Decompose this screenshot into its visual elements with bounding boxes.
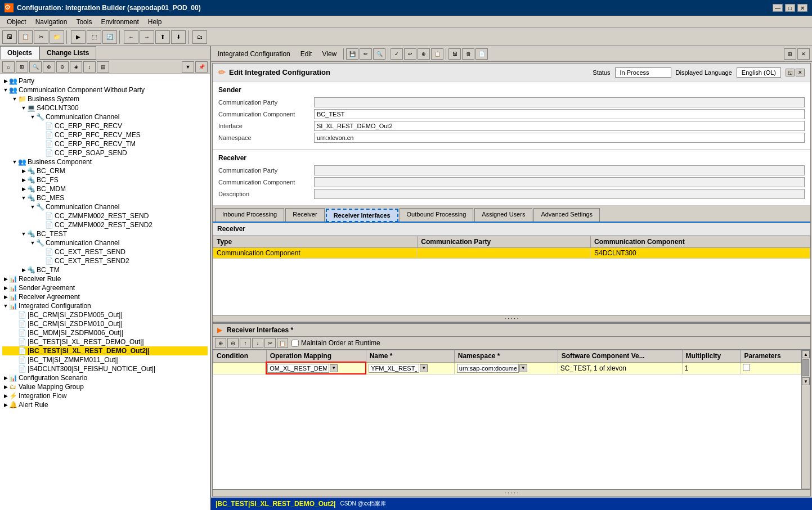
tab-outbound-processing[interactable]: Outbound Processing [400, 208, 474, 222]
tree-item-if[interactable]: ▶ ⚡ Integration Flow [2, 391, 208, 400]
tree-item-ic7[interactable]: 📄 |S4DCLNT300|SI_FEISHU_NOTICE_Out|| [2, 364, 208, 373]
tree-item-party[interactable]: ▶ 👥 Party [2, 76, 208, 85]
name-input[interactable] [369, 364, 419, 373]
tree-item-ic3[interactable]: 📄 |BC_MDM|SI_ZSDFM006_Out|| [2, 328, 208, 337]
title-bar-controls[interactable]: — □ ✕ [773, 4, 807, 12]
receiver-party-input[interactable] [314, 165, 805, 175]
tree-item-bc-test[interactable]: ▼ 🔩 BC_TEST [2, 229, 208, 238]
tree-item-cc-ext-rest-send[interactable]: 📄 CC_EXT_REST_SEND [2, 247, 208, 256]
toggle-ic[interactable]: ▼ [2, 303, 9, 309]
tree-item-ar[interactable]: ▶ 🔔 Alert Rule [2, 400, 208, 409]
toolbar-btn-1[interactable]: 🖫 [2, 30, 17, 44]
left-toolbar-btn-1[interactable]: ⌂ [2, 61, 15, 73]
ic-btn-9[interactable]: 🗑 [462, 48, 474, 60]
maintain-order-checkbox[interactable] [291, 340, 299, 347]
toggle-sa[interactable]: ▶ [2, 285, 9, 291]
sender-interface-input[interactable] [314, 121, 805, 131]
tree-item-ic4[interactable]: 📄 |BC_TEST|SI_XL_REST_DEMO_Out|| [2, 337, 208, 346]
tree-item-cwp[interactable]: ▼ 👥 Communication Component Without Part… [2, 85, 208, 94]
tree-item-bc-fs[interactable]: ▶ 🔩 BC_FS [2, 175, 208, 184]
window-controls[interactable]: ◱ ✕ [786, 69, 805, 76]
toggle-cc2[interactable]: ▼ [29, 204, 36, 210]
lower-btn-6[interactable]: 📋 [277, 338, 288, 348]
left-toolbar-btn-6[interactable]: ◈ [70, 61, 82, 73]
receiver-component-input[interactable] [314, 177, 805, 187]
tree-item-ic2[interactable]: 📄 |BC_CRM|SI_ZSDFM010_Out|| [2, 319, 208, 328]
tree-item-cc-ext-rest-send2[interactable]: 📄 CC_EXT_REST_SEND2 [2, 256, 208, 265]
toolbar-btn-6[interactable]: ⬚ [87, 30, 101, 44]
ic-close-btn[interactable]: ✕ [797, 48, 810, 60]
toolbar-btn-11[interactable]: ⬇ [171, 30, 186, 44]
toggle-ra[interactable]: ▶ [2, 294, 9, 300]
win-close-btn[interactable]: ✕ [796, 69, 805, 76]
tree-item-bc-group[interactable]: ▼ 👥 Business Component [2, 157, 208, 166]
toolbar-btn-8[interactable]: ← [124, 30, 138, 44]
tree-item-cc-zmmfm002-rest-send[interactable]: 📄 CC_ZMMFM002_REST_SEND [2, 211, 208, 220]
menu-environment[interactable]: Environment [96, 17, 143, 27]
tree-item-cc1[interactable]: ▼ 🔧 Communication Channel [2, 112, 208, 121]
scroll-up-btn[interactable]: ▲ [802, 350, 810, 358]
parameters-checkbox[interactable] [743, 364, 750, 371]
toolbar-btn-7[interactable]: 🔄 [102, 30, 117, 44]
tab-receiver-interfaces[interactable]: Receiver Interfaces [326, 209, 398, 222]
left-toolbar-btn-8[interactable]: ▤ [97, 61, 109, 73]
op-mapping-input[interactable] [267, 364, 329, 373]
tab-assigned-users[interactable]: Assigned Users [474, 208, 532, 222]
toggle-bs[interactable]: ▼ [11, 96, 18, 102]
receiver-description-input[interactable] [314, 189, 805, 199]
vert-scrollbar[interactable]: ▲ ▼ [801, 350, 810, 489]
toggle-ar[interactable]: ▶ [2, 401, 9, 408]
toggle-cc1[interactable]: ▼ [29, 114, 36, 120]
menu-help[interactable]: Help [143, 17, 167, 27]
toolbar-btn-10[interactable]: ⬆ [155, 30, 170, 44]
toggle-if[interactable]: ▶ [2, 392, 9, 399]
toggle-s4dclnt300[interactable]: ▼ [20, 105, 27, 111]
namespace-lookup-btn[interactable]: ▼ [519, 364, 527, 372]
tree-item-sender-agreement[interactable]: ▶ 📊 Sender Agreement [2, 283, 208, 292]
lower-btn-3[interactable]: ↑ [240, 338, 251, 348]
toggle-bc-tm[interactable]: ▶ [20, 267, 27, 273]
close-button[interactable]: ✕ [797, 4, 807, 12]
tree-item-cs[interactable]: ▶ 📊 Configuration Scenario [2, 373, 208, 382]
menu-tools[interactable]: Tools [71, 17, 96, 27]
ic-btn-7[interactable]: 📋 [431, 48, 443, 60]
tree-item-receiver-agreement[interactable]: ▶ 📊 Receiver Agreement [2, 292, 208, 301]
ic-menu-integrated-configuration[interactable]: Integrated Configuration [213, 49, 295, 59]
name-lookup-btn[interactable]: ▼ [420, 364, 428, 372]
tree-item-cc-erp-soap-send[interactable]: 📄 CC_ERP_SOAP_SEND [2, 148, 208, 157]
toolbar-btn-12[interactable]: 🗂 [192, 30, 207, 44]
scroll-down-btn[interactable]: ▼ [802, 377, 810, 385]
tree-item-receiver-rule[interactable]: ▶ 📊 Receiver Rule [2, 274, 208, 283]
ic-menu-edit[interactable]: Edit [296, 49, 317, 59]
toggle-bc-mdm[interactable]: ▶ [20, 186, 27, 192]
tree-item-ic[interactable]: ▼ 📊 Integrated Configuration [2, 301, 208, 310]
tab-change-lists[interactable]: Change Lists [39, 46, 96, 60]
tree-item-cc-erp-rfc-recv-mes[interactable]: 📄 CC_ERP_RFC_RECV_MES [2, 130, 208, 139]
sender-component-input[interactable] [314, 109, 805, 119]
toggle-vmg[interactable]: ▶ [2, 383, 9, 390]
scroll-thumb[interactable] [802, 359, 809, 376]
tree-item-cc-erp-rfc-recv[interactable]: 📄 CC_ERP_RFC_RECV [2, 121, 208, 130]
ic-btn-6[interactable]: ⊕ [418, 48, 430, 60]
tree-item-bc-crm[interactable]: ▶ 🔩 BC_CRM [2, 166, 208, 175]
ic-menu-view[interactable]: View [317, 49, 341, 59]
tab-receiver[interactable]: Receiver [285, 208, 324, 222]
tree-item-bc-mes[interactable]: ▼ 🔩 BC_MES [2, 193, 208, 202]
toolbar-btn-5[interactable]: ▶ [71, 30, 86, 44]
toggle-cwp[interactable]: ▼ [2, 87, 9, 93]
left-toolbar-filter[interactable]: ▼ [182, 61, 194, 73]
toggle-bc-test[interactable]: ▼ [20, 231, 27, 237]
op-mapping-lookup-btn[interactable]: ▼ [330, 364, 338, 372]
lower-table-row[interactable]: ▼ ▼ [213, 362, 801, 374]
tree-item-cc3[interactable]: ▼ 🔧 Communication Channel [2, 238, 208, 247]
table-row[interactable]: Communication Component S4DCLNT300 [213, 248, 810, 259]
ic-btn-10[interactable]: 📄 [475, 48, 488, 60]
splitter-horiz[interactable]: · · · · · [213, 315, 810, 322]
lower-btn-2[interactable]: ⊖ [227, 338, 239, 348]
tree-item-bc-mdm[interactable]: ▶ 🔩 BC_MDM [2, 184, 208, 193]
sender-namespace-input[interactable] [314, 133, 805, 143]
sender-party-input[interactable] [314, 97, 805, 107]
ic-maximize-btn[interactable]: ⊞ [784, 48, 796, 60]
menu-navigation[interactable]: Navigation [31, 17, 72, 27]
toggle-bc-group[interactable]: ▼ [11, 159, 18, 165]
